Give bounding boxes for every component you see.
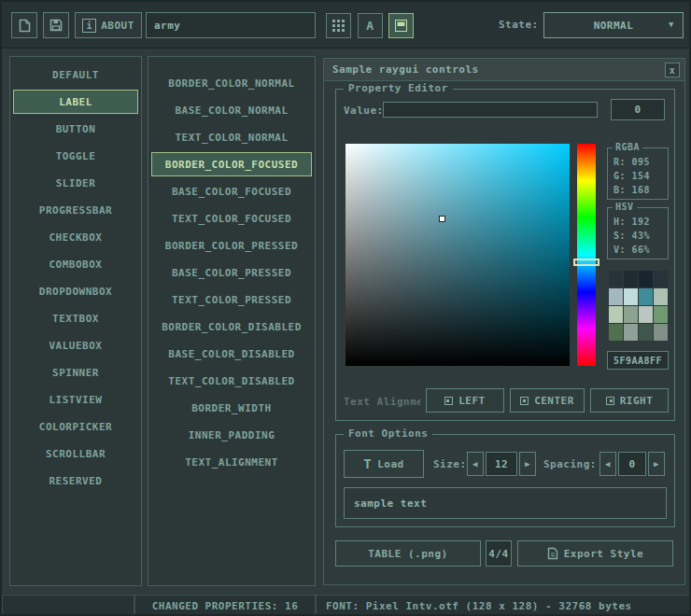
font-view-button[interactable]: A bbox=[358, 13, 383, 38]
list-item-inner_padding[interactable]: INNER_PADDING bbox=[151, 423, 312, 447]
list-item-base_color_pressed[interactable]: BASE_COLOR_PRESSED bbox=[151, 260, 312, 285]
color-swatch[interactable] bbox=[609, 324, 623, 341]
about-button-label: ABOUT bbox=[101, 20, 134, 32]
color-swatch[interactable] bbox=[654, 271, 668, 287]
style-name-input[interactable] bbox=[146, 12, 316, 38]
load-font-button[interactable]: T Load bbox=[344, 450, 424, 478]
color-panel-cursor[interactable] bbox=[439, 216, 445, 222]
list-item-border_color_focused[interactable]: BORDER_COLOR_FOCUSED bbox=[151, 152, 312, 176]
color-swatch[interactable] bbox=[639, 271, 653, 287]
close-button[interactable]: x bbox=[665, 63, 680, 77]
color-swatch[interactable] bbox=[609, 288, 623, 305]
sample-text: sample text bbox=[354, 497, 427, 510]
window-title: Sample raygui controls bbox=[332, 63, 479, 76]
list-item-scrollbar[interactable]: SCROLLBAR bbox=[13, 441, 138, 466]
list-item-text_color_focused[interactable]: TEXT_COLOR_FOCUSED bbox=[151, 206, 312, 231]
spacing-increase-button[interactable]: ▶ bbox=[648, 452, 665, 476]
list-item-default[interactable]: DEFAULT bbox=[13, 63, 138, 87]
size-value-box[interactable]: 12 bbox=[486, 452, 517, 476]
list-item-toggle[interactable]: TOGGLE bbox=[13, 144, 138, 168]
list-item-base_color_focused[interactable]: BASE_COLOR_FOCUSED bbox=[151, 179, 312, 203]
load-font-label: Load bbox=[377, 458, 404, 470]
list-item-label[interactable]: LABEL bbox=[13, 90, 138, 114]
grid-view-button[interactable] bbox=[326, 13, 351, 38]
chevron-down-icon: ▼ bbox=[669, 20, 674, 29]
font-t-icon: T bbox=[363, 456, 372, 471]
window-titlebar[interactable]: Sample raygui controls bbox=[324, 59, 684, 81]
state-dropdown[interactable]: NORMAL ▼ bbox=[543, 12, 684, 38]
align-left-button[interactable]: LEFT bbox=[426, 388, 504, 413]
arrow-right-icon: ▶ bbox=[654, 459, 659, 469]
export-style-label: Export Style bbox=[564, 548, 643, 560]
color-swatch[interactable] bbox=[609, 271, 623, 287]
list-item-progressbar[interactable]: PROGRESSBAR bbox=[13, 198, 138, 222]
arrow-left-icon: ◀ bbox=[605, 459, 611, 469]
size-decrease-button[interactable]: ◀ bbox=[467, 452, 484, 476]
list-item-combobox[interactable]: COMBOBOX bbox=[13, 252, 138, 276]
list-item-text_color_pressed[interactable]: TEXT_COLOR_PRESSED bbox=[151, 287, 312, 312]
pages-value-box[interactable]: 4/4 bbox=[486, 540, 512, 567]
list-item-listview[interactable]: LISTVIEW bbox=[13, 387, 138, 412]
align-center-button[interactable]: CENTER bbox=[510, 388, 585, 413]
property-editor-label: Property Editor bbox=[344, 82, 453, 94]
color-swatch[interactable] bbox=[624, 324, 638, 341]
status-cell-empty bbox=[2, 595, 134, 616]
list-item-dropdownbox[interactable]: DROPDOWNBOX bbox=[13, 279, 138, 303]
list-item-reserved[interactable]: RESERVED bbox=[13, 469, 138, 493]
hue-slider[interactable] bbox=[577, 144, 596, 366]
color-swatch[interactable] bbox=[654, 288, 668, 305]
new-style-button[interactable] bbox=[11, 12, 37, 38]
list-item-spinner[interactable]: SPINNER bbox=[13, 360, 138, 385]
table-export-button[interactable]: TABLE (.png) bbox=[335, 540, 481, 567]
list-item-checkbox[interactable]: CHECKBOX bbox=[13, 225, 138, 249]
export-file-icon bbox=[547, 547, 558, 560]
spacing-value-box[interactable]: 0 bbox=[618, 452, 646, 476]
export-style-button[interactable]: Export Style bbox=[517, 540, 673, 567]
color-swatch[interactable] bbox=[624, 306, 638, 323]
list-item-slider[interactable]: SLIDER bbox=[13, 171, 138, 195]
hue-slider-cursor[interactable] bbox=[573, 259, 599, 266]
hex-value-box[interactable]: 5F9AA8FF bbox=[607, 351, 669, 370]
color-swatch[interactable] bbox=[624, 271, 638, 287]
align-center-label: CENTER bbox=[534, 395, 574, 407]
save-style-button[interactable] bbox=[43, 12, 69, 38]
list-item-textbox[interactable]: TEXTBOX bbox=[13, 306, 138, 330]
size-increase-button[interactable]: ▶ bbox=[519, 452, 536, 476]
color-swatch[interactable] bbox=[654, 306, 668, 323]
list-item-border_color_pressed[interactable]: BORDER_COLOR_PRESSED bbox=[151, 233, 312, 258]
value-input[interactable] bbox=[383, 102, 598, 118]
list-item-base_color_disabled[interactable]: BASE_COLOR_DISABLED bbox=[151, 342, 312, 366]
color-swatch[interactable] bbox=[624, 288, 638, 305]
color-swatch-grid bbox=[609, 271, 668, 341]
grid-icon bbox=[332, 20, 345, 32]
spacing-decrease-button[interactable]: ◀ bbox=[599, 452, 616, 476]
list-item-colorpicker[interactable]: COLORPICKER bbox=[13, 414, 138, 439]
rgba-group: RGBA R: 095 G: 154 B: 168 bbox=[607, 147, 669, 200]
align-right-button[interactable]: RIGHT bbox=[590, 388, 669, 413]
color-swatch[interactable] bbox=[639, 324, 653, 341]
value-number-box[interactable]: 0 bbox=[611, 99, 665, 120]
about-button[interactable]: i ABOUT bbox=[75, 12, 142, 38]
status-bar: CHANGED PROPERTIES: 16 FONT: Pixel Intv.… bbox=[2, 595, 691, 616]
rgba-blue-value: B: 168 bbox=[608, 183, 668, 197]
color-swatch[interactable] bbox=[639, 306, 653, 323]
style-view-button[interactable] bbox=[388, 13, 414, 38]
font-options-label: Font Options bbox=[344, 427, 432, 440]
color-swatch[interactable] bbox=[609, 306, 623, 323]
list-item-text_alignment[interactable]: TEXT_ALIGNMENT bbox=[151, 450, 312, 474]
list-item-border_color_disabled[interactable]: BORDER_COLOR_DISABLED bbox=[151, 315, 312, 339]
list-item-button[interactable]: BUTTON bbox=[13, 117, 138, 141]
arrow-right-icon: ▶ bbox=[525, 459, 530, 469]
list-item-text_color_normal[interactable]: TEXT_COLOR_NORMAL bbox=[151, 125, 312, 149]
list-item-valuebox[interactable]: VALUEBOX bbox=[13, 333, 138, 357]
color-swatch[interactable] bbox=[639, 288, 653, 305]
hsv-saturation-value: S: 43% bbox=[608, 229, 668, 243]
list-item-base_color_normal[interactable]: BASE_COLOR_NORMAL bbox=[151, 98, 312, 122]
list-item-border_width[interactable]: BORDER_WIDTH bbox=[151, 396, 312, 420]
color-panel[interactable] bbox=[346, 144, 570, 366]
list-item-border_color_normal[interactable]: BORDER_COLOR_NORMAL bbox=[151, 71, 312, 95]
align-center-icon bbox=[520, 397, 529, 405]
list-item-text_color_disabled[interactable]: TEXT_COLOR_DISABLED bbox=[151, 369, 312, 393]
sample-text-box[interactable]: sample text bbox=[344, 487, 667, 519]
color-swatch[interactable] bbox=[654, 324, 668, 341]
